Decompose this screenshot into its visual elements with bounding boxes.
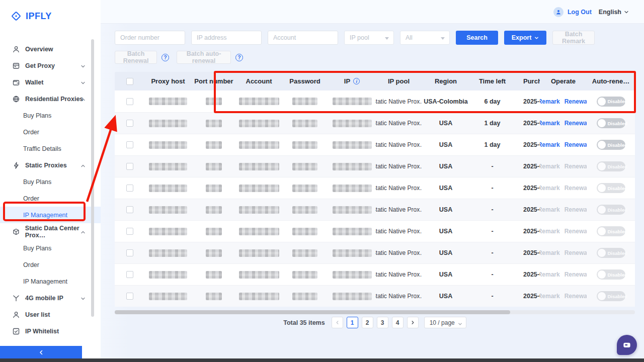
remark-link[interactable]: Remark <box>540 98 560 105</box>
status-select[interactable]: All <box>400 31 450 45</box>
row-checkbox[interactable] <box>126 293 133 300</box>
toggle-label: Disabled <box>608 186 628 191</box>
sidebar-item-static-data-center-prox[interactable]: Static Data Center Prox… <box>0 223 101 240</box>
logout-button[interactable]: Log Out <box>568 9 592 16</box>
auto-renewal-toggle[interactable]: Disabled <box>597 269 625 280</box>
batch-renewal-button[interactable]: Batch Renewal <box>115 51 157 64</box>
renewal-link[interactable]: Renewal <box>565 293 587 300</box>
auto-renewal-toggle[interactable]: Disabled <box>597 205 625 215</box>
language-selector[interactable]: English <box>599 9 629 16</box>
auto-renewal-toggle[interactable]: Disabled <box>597 118 625 128</box>
auto-renewal-toggle[interactable]: Disabled <box>597 140 625 150</box>
sidebar-item-buy-plans[interactable]: Buy Plans <box>0 107 101 124</box>
row-checkbox[interactable] <box>126 206 133 213</box>
sidebar-item-ip-management[interactable]: IP Management <box>0 273 101 290</box>
sidebar-item-ip-management[interactable]: IP Management <box>0 207 101 223</box>
row-checkbox[interactable] <box>126 98 133 105</box>
row-checkbox[interactable] <box>126 249 133 256</box>
account-input[interactable] <box>268 31 338 45</box>
sidebar-item-order[interactable]: Order <box>0 190 101 207</box>
sidebar-item-get-proxy[interactable]: Get Proxy <box>0 57 101 74</box>
sidebar-item-residential-proxies[interactable]: Residential Proxies <box>0 90 101 107</box>
auto-renewal-toggle[interactable]: Disabled <box>597 248 625 258</box>
ip-pool-select[interactable]: IP pool <box>344 31 394 45</box>
sidebar-item-label: Get Proxy <box>25 62 55 69</box>
cube-icon <box>12 228 20 236</box>
pagination-prev-button[interactable] <box>332 317 343 328</box>
row-checkbox[interactable] <box>126 163 133 170</box>
remark-link[interactable]: Remark <box>540 141 560 148</box>
toggle-label: Disabled <box>608 229 628 234</box>
remark-link[interactable]: Remark <box>540 185 560 192</box>
batch-auto-renewal-button[interactable]: Batch auto-renewal <box>177 51 231 64</box>
sidebar-collapse-button[interactable] <box>0 346 82 358</box>
sidebar-item-wallet[interactable]: Wallet <box>0 74 101 90</box>
renewal-link[interactable]: Renewal <box>565 141 587 148</box>
remark-link[interactable]: Remark <box>540 120 560 127</box>
pagination-total: Total 35 items <box>283 319 325 326</box>
batch-remark-button[interactable]: Batch Remark <box>552 31 595 45</box>
chevron-down-icon <box>80 80 86 85</box>
brand-logo[interactable]: IPFLY <box>10 10 52 22</box>
renewal-link[interactable]: Renewal <box>565 163 587 170</box>
renewal-link[interactable]: Renewal <box>565 228 587 235</box>
sidebar-item-4g-mobile-ip[interactable]: 4G mobile IP <box>0 290 101 306</box>
user-avatar[interactable] <box>553 7 564 17</box>
renewal-link[interactable]: Renewal <box>565 206 587 213</box>
sidebar-item-user-list[interactable]: User list <box>0 306 101 323</box>
help-icon[interactable]: ? <box>235 54 243 61</box>
pagination-page-2[interactable]: 2 <box>362 317 373 328</box>
redacted-account <box>239 206 279 214</box>
row-checkbox[interactable] <box>126 185 133 192</box>
auto-renewal-toggle[interactable]: Disabled <box>597 97 625 107</box>
table-horizontal-scrollbar[interactable] <box>115 310 510 314</box>
auto-renewal-toggle[interactable]: Disabled <box>597 291 625 301</box>
select-all-checkbox[interactable] <box>126 78 133 85</box>
renewal-link[interactable]: Renewal <box>565 271 587 278</box>
cell-ip-pool: Static Native Prox… <box>375 156 422 177</box>
pagination-page-3[interactable]: 3 <box>377 317 388 328</box>
sidebar-item-buy-plans[interactable]: Buy Plans <box>0 173 101 190</box>
order-number-input[interactable] <box>115 31 185 45</box>
renewal-link[interactable]: Renewal <box>565 98 587 105</box>
export-button[interactable]: Export <box>504 31 546 45</box>
search-button[interactable]: Search <box>456 31 498 45</box>
auto-renewal-toggle[interactable]: Disabled <box>597 226 625 236</box>
sidebar-item-order[interactable]: Order <box>0 124 101 140</box>
remark-link[interactable]: Remark <box>540 249 560 256</box>
ip-address-input[interactable] <box>191 31 262 45</box>
remark-link[interactable]: Remark <box>540 271 560 278</box>
sidebar-scrollbar[interactable] <box>91 39 94 317</box>
sidebar-item-overview[interactable]: Overview <box>0 41 101 57</box>
pagination-page-4[interactable]: 4 <box>392 317 404 328</box>
cell-region: USA <box>422 242 469 263</box>
row-checkbox[interactable] <box>126 228 133 235</box>
renewal-link[interactable]: Renewal <box>565 249 587 256</box>
sidebar-item-ip-whitelist[interactable]: IP Whitelist <box>0 323 101 339</box>
chat-widget-button[interactable] <box>617 335 637 355</box>
redacted-ip <box>333 98 372 105</box>
help-icon[interactable]: ? <box>162 54 169 61</box>
sidebar-item-static-proxies[interactable]: Static Proxies <box>0 157 101 173</box>
pagination-page-1[interactable]: 1 <box>347 317 358 328</box>
column-header-ip: IPi <box>329 72 375 90</box>
row-checkbox[interactable] <box>126 141 133 148</box>
sidebar-item-order[interactable]: Order <box>0 256 101 273</box>
row-checkbox[interactable] <box>126 271 133 278</box>
auto-renewal-toggle[interactable]: Disabled <box>597 183 625 193</box>
remark-link[interactable]: Remark <box>540 163 560 170</box>
pagination-next-button[interactable] <box>407 317 419 328</box>
sidebar-item-traffic-details[interactable]: Traffic Details <box>0 140 101 157</box>
remark-link[interactable]: Remark <box>540 206 560 213</box>
redacted-proxy-host <box>149 206 187 214</box>
auto-renewal-toggle[interactable]: Disabled <box>597 161 625 171</box>
page-size-select[interactable]: 10 / page <box>424 317 466 328</box>
remark-link[interactable]: Remark <box>540 293 560 300</box>
info-icon[interactable]: i <box>353 78 360 84</box>
row-checkbox[interactable] <box>126 120 133 127</box>
redacted-account <box>239 185 279 192</box>
sidebar-item-buy-plans[interactable]: Buy Plans <box>0 240 101 256</box>
remark-link[interactable]: Remark <box>540 228 560 235</box>
renewal-link[interactable]: Renewal <box>565 185 587 192</box>
renewal-link[interactable]: Renewal <box>565 120 587 127</box>
